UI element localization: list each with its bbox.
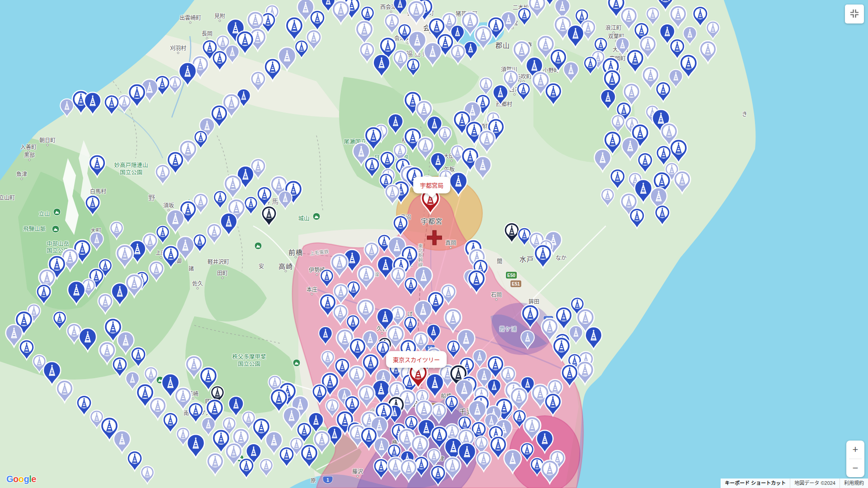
google-logo-letter: G: [6, 474, 13, 484]
tower-marker[interactable]: [35, 283, 52, 305]
tower-marker[interactable]: [238, 457, 255, 479]
tower-marker[interactable]: [52, 310, 67, 330]
tower-marker[interactable]: [59, 98, 75, 118]
tower-marker[interactable]: [211, 50, 228, 72]
tower-marker[interactable]: [544, 82, 563, 107]
tower-marker[interactable]: [260, 205, 278, 227]
google-logo-letter: g: [24, 474, 29, 484]
tower-marker[interactable]: [154, 164, 171, 186]
terms-link[interactable]: 利用規約: [840, 479, 868, 488]
tower-marker[interactable]: [206, 452, 225, 477]
tower-marker[interactable]: [392, 215, 409, 237]
tower-marker[interactable]: [655, 81, 672, 103]
keyboard-shortcuts-button[interactable]: キーボード ショートカット: [721, 479, 790, 488]
tower-marker[interactable]: [449, 43, 467, 66]
tower-marker[interactable]: [406, 0, 426, 25]
tower-marker[interactable]: [654, 204, 671, 226]
tower-marker[interactable]: [609, 168, 626, 190]
tower-marker[interactable]: [284, 16, 304, 42]
tower-marker[interactable]: [384, 183, 401, 206]
tower-marker[interactable]: [543, 392, 562, 417]
tower-marker[interactable]: [673, 170, 692, 195]
tower-marker[interactable]: [492, 84, 509, 106]
tower-marker[interactable]: [520, 304, 540, 329]
tower-marker[interactable]: [698, 40, 717, 65]
tower-marker[interactable]: [467, 269, 486, 295]
tower-marker[interactable]: [562, 61, 580, 83]
tower-marker[interactable]: [206, 223, 223, 245]
tower-marker[interactable]: [109, 221, 124, 240]
tower-marker[interactable]: [250, 70, 267, 93]
tower-marker[interactable]: [331, 0, 351, 25]
tower-marker[interactable]: [637, 152, 654, 174]
tower-marker[interactable]: [437, 126, 453, 145]
tower-marker[interactable]: [503, 449, 523, 474]
tower-marker[interactable]: [473, 155, 492, 180]
tower-marker[interactable]: [628, 207, 646, 230]
google-logo[interactable]: Google: [6, 474, 36, 484]
tower-marker[interactable]: [97, 293, 114, 315]
tower-marker[interactable]: [83, 91, 102, 116]
google-logo-letter: e: [31, 474, 36, 484]
google-logo-letter: o: [13, 474, 19, 484]
station-label-bubble[interactable]: 宇都宮局: [413, 177, 450, 193]
tower-marker[interactable]: [320, 350, 335, 370]
tower-marker[interactable]: [372, 53, 391, 78]
fullscreen-exit-icon: [849, 8, 860, 20]
tower-marker[interactable]: [259, 458, 274, 478]
tower-marker[interactable]: [583, 56, 598, 75]
map-canvas[interactable]: 福島県群馬県野郡山水戸前橋高崎東京千葉宇都宮会津甲船橋川越川崎横浜町田藤沢原木更…: [0, 0, 868, 488]
crosshair-icon: [426, 230, 443, 248]
tower-marker[interactable]: [148, 260, 165, 282]
tower-marker[interactable]: [566, 24, 585, 49]
tower-marker[interactable]: [387, 113, 404, 135]
tower-marker[interactable]: [429, 465, 447, 487]
tower-marker[interactable]: [475, 450, 492, 473]
tower-marker[interactable]: [599, 89, 617, 111]
tower-marker[interactable]: [520, 330, 535, 350]
tower-marker[interactable]: [115, 244, 135, 269]
zoom-in-button[interactable]: +: [846, 441, 864, 459]
zoom-control: + −: [846, 441, 864, 477]
zoom-out-button[interactable]: −: [846, 459, 864, 477]
station-label-bubble[interactable]: 東京スカイツリー: [386, 351, 447, 368]
tower-marker[interactable]: [103, 94, 120, 116]
google-logo-letter: o: [19, 474, 24, 484]
tower-marker[interactable]: [406, 57, 421, 77]
tower-marker[interactable]: [88, 154, 107, 178]
tower-marker[interactable]: [55, 379, 74, 404]
tower-marker[interactable]: [66, 280, 86, 306]
map-data-attribution: 地図データ ©2024: [790, 479, 840, 488]
tower-marker[interactable]: [403, 277, 419, 296]
tower-marker[interactable]: [399, 458, 418, 483]
tower-marker[interactable]: [140, 465, 155, 485]
tower-marker[interactable]: [278, 446, 295, 468]
tower-marker[interactable]: [84, 194, 101, 216]
fullscreen-button[interactable]: [845, 5, 864, 23]
tower-marker[interactable]: [517, 7, 532, 27]
tower-marker[interactable]: [78, 327, 98, 353]
tower-marker[interactable]: [186, 433, 206, 459]
tower-marker[interactable]: [309, 9, 326, 32]
tower-marker[interactable]: [318, 326, 333, 346]
tower-marker[interactable]: [600, 188, 615, 207]
tower-marker[interactable]: [477, 129, 496, 154]
attribution-bar: キーボード ショートカット 地図データ ©2024 利用規約: [721, 479, 868, 488]
tower-marker[interactable]: [705, 20, 721, 40]
tower-marker[interactable]: [212, 190, 228, 210]
tower-marker[interactable]: [299, 443, 319, 469]
tower-marker[interactable]: [584, 326, 603, 351]
tower-marker[interactable]: [423, 42, 443, 67]
tower-marker[interactable]: [516, 82, 531, 102]
tower-marker[interactable]: [130, 346, 147, 368]
tower-marker[interactable]: [448, 171, 468, 197]
tower-marker[interactable]: [278, 190, 293, 210]
tower-marker[interactable]: [533, 244, 553, 269]
tower-marker[interactable]: [540, 459, 560, 485]
